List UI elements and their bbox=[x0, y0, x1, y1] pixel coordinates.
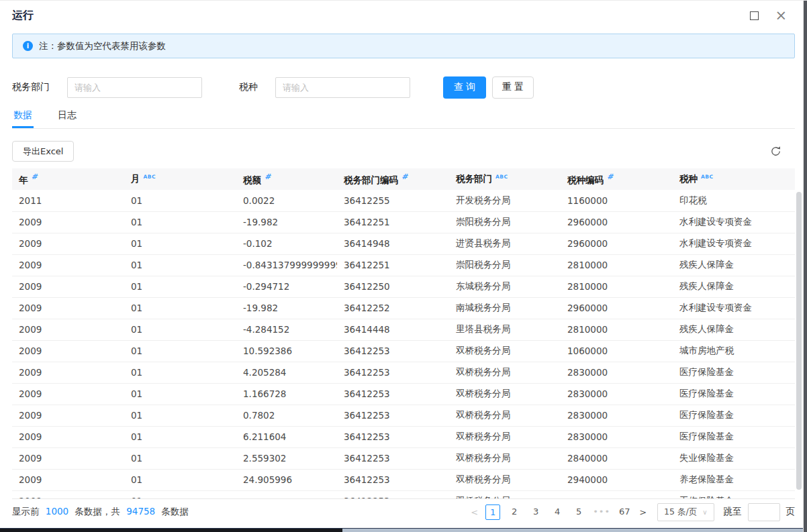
table-cell: 城市房地产税 bbox=[673, 340, 795, 362]
table-cell: 2009 bbox=[12, 254, 124, 276]
column-label: 税务部门编码 bbox=[344, 174, 398, 184]
tax-type-input[interactable] bbox=[275, 77, 410, 98]
table-cell: 36412253 bbox=[337, 362, 449, 383]
table-cell: 印花税 bbox=[673, 190, 795, 211]
table-cell: 1160000 bbox=[561, 190, 673, 211]
shown-count: 1000 bbox=[46, 506, 68, 517]
pagination-page-1[interactable]: 1 bbox=[485, 504, 500, 520]
data-table-container: 年#月ABC税额#税务部门编码#税务部门ABC税种编码#税种ABC 201101… bbox=[12, 168, 795, 499]
tab-data[interactable]: 数据 bbox=[12, 107, 34, 128]
refresh-icon[interactable] bbox=[770, 146, 781, 157]
table-cell: 2840000 bbox=[561, 447, 673, 469]
table-cell: -0.8431379999999999 bbox=[236, 254, 337, 276]
table-cell: 2009 bbox=[12, 233, 124, 254]
pagination-page-67[interactable]: 67 bbox=[617, 504, 632, 520]
numeric-type-icon: # bbox=[607, 172, 613, 181]
table-cell: 失业保险基金 bbox=[673, 447, 795, 469]
table-cell: 2009 bbox=[12, 426, 124, 447]
table-cell: 36412253 bbox=[337, 383, 449, 405]
table-cell: 双桥税务分局 bbox=[449, 426, 561, 447]
table-cell: 01 bbox=[124, 319, 236, 340]
record-count-summary: 显示前 1000 条数据，共 94758 条数据 bbox=[12, 506, 189, 518]
table-row: 2009012.55930236412253双桥税务分局2840000失业保险基… bbox=[12, 447, 795, 469]
query-form: 税务部门 税种 查询 重置 bbox=[12, 76, 795, 98]
table-cell: 01 bbox=[124, 447, 236, 469]
jump-to-page-input[interactable] bbox=[748, 503, 780, 521]
table-cell: 36412253 bbox=[337, 447, 449, 469]
table-cell: 01 bbox=[124, 254, 236, 276]
table-cell: 36412253 bbox=[337, 405, 449, 426]
page-size-select[interactable]: 15 条/页 ∨ bbox=[657, 503, 714, 521]
reset-button[interactable]: 重置 bbox=[492, 76, 534, 99]
column-label: 年 bbox=[19, 174, 28, 184]
table-cell: 南城税务分局 bbox=[449, 297, 561, 319]
table-cell: 01 bbox=[124, 490, 236, 499]
numeric-type-icon: # bbox=[265, 172, 271, 181]
table-cell: 医疗保险基金 bbox=[673, 405, 795, 426]
table-cell: 2009 bbox=[12, 490, 124, 499]
window-right-edge bbox=[803, 1, 807, 532]
pagination-page-3[interactable]: 3 bbox=[528, 504, 543, 520]
table-cell: 01 bbox=[124, 405, 236, 426]
table-cell: 2009 bbox=[12, 469, 124, 490]
next-page-icon[interactable]: > bbox=[639, 507, 647, 517]
table-scrollbar-thumb[interactable] bbox=[796, 192, 802, 490]
page-title: 运行 bbox=[12, 9, 34, 23]
table-body: 2011010.002236412255开发税务分局1160000印花税2009… bbox=[12, 190, 795, 499]
query-button[interactable]: 查询 bbox=[443, 76, 486, 99]
pagination-page-4[interactable]: 4 bbox=[550, 504, 565, 520]
export-excel-button[interactable]: 导出Excel bbox=[12, 141, 74, 162]
column-header: 税额# bbox=[236, 168, 337, 190]
table-cell: 0.7802 bbox=[236, 405, 337, 426]
info-icon: i bbox=[23, 41, 33, 51]
table-cell: 2009 bbox=[12, 362, 124, 383]
column-header: 月ABC bbox=[124, 168, 236, 190]
notice-text: 注：参数值为空代表禁用该参数 bbox=[39, 40, 166, 52]
table-cell: 残疾人保障金 bbox=[673, 276, 795, 297]
table-cell: 工伤保险基金 bbox=[673, 490, 795, 499]
pagination-ellipsis: ••• bbox=[593, 504, 610, 520]
table-cell: 36414448 bbox=[337, 319, 449, 340]
table-cell: 36412250 bbox=[337, 276, 449, 297]
numeric-type-icon: # bbox=[32, 172, 38, 181]
close-icon[interactable]: × bbox=[775, 11, 787, 20]
tab-log[interactable]: 日志 bbox=[56, 107, 78, 128]
table-cell: 残疾人保障金 bbox=[673, 319, 795, 340]
table-cell: 水利建设专项资金 bbox=[673, 297, 795, 319]
tax-department-label: 税务部门 bbox=[12, 81, 50, 93]
table-cell: 水利建设专项资金 bbox=[673, 211, 795, 233]
table-cell: 2009 bbox=[12, 383, 124, 405]
table-cell: 36412253 bbox=[337, 340, 449, 362]
table-cell: 水利建设专项资金 bbox=[673, 233, 795, 254]
table-footer: 显示前 1000 条数据，共 94758 条数据 < 12345•••67 > … bbox=[12, 501, 795, 523]
table-row: 2011010.002236412255开发税务分局1160000印花税 bbox=[12, 190, 795, 211]
table-row: 2009016.21160436412253双桥税务分局2830000医疗保险基… bbox=[12, 426, 795, 447]
column-header: 年# bbox=[12, 168, 124, 190]
table-row: 200901-19.98236412251崇阳税务分局2960000水利建设专项… bbox=[12, 211, 795, 233]
table-row: 20090124.90599636412253双桥税务分局2940000养老保险… bbox=[12, 469, 795, 490]
table-cell: 医疗保险基金 bbox=[673, 426, 795, 447]
table-cell: 双桥税务分局 bbox=[449, 490, 561, 499]
table-cell: 双桥税务分局 bbox=[449, 340, 561, 362]
tax-department-input[interactable] bbox=[67, 77, 202, 98]
table-cell: 2830000 bbox=[561, 362, 673, 383]
table-cell: 1060000 bbox=[561, 340, 673, 362]
column-label: 月 bbox=[131, 173, 140, 184]
table-row: 2009010.780236412253双桥税务分局2830000医疗保险基金 bbox=[12, 405, 795, 426]
table-header-row: 年#月ABC税额#税务部门编码#税务部门ABC税种编码#税种ABC bbox=[12, 168, 795, 190]
table-cell: 01 bbox=[124, 340, 236, 362]
prev-page-icon[interactable]: < bbox=[471, 507, 478, 517]
table-cell: 01 bbox=[124, 297, 236, 319]
table-cell: -4.284152 bbox=[236, 319, 337, 340]
pagination-page-2[interactable]: 2 bbox=[507, 504, 522, 520]
table-cell: 36412253 bbox=[337, 469, 449, 490]
table-cell bbox=[561, 490, 673, 499]
maximize-icon[interactable] bbox=[750, 11, 759, 20]
numeric-type-icon: # bbox=[401, 172, 408, 181]
pagination-page-5[interactable]: 5 bbox=[571, 504, 586, 520]
table-toolbar: 导出Excel bbox=[12, 141, 795, 162]
table-cell: 01 bbox=[124, 276, 236, 297]
column-label: 税种编码 bbox=[567, 174, 604, 184]
page-size-value: 15 条/页 bbox=[664, 507, 697, 518]
table-cell: 36412253 bbox=[337, 490, 449, 499]
